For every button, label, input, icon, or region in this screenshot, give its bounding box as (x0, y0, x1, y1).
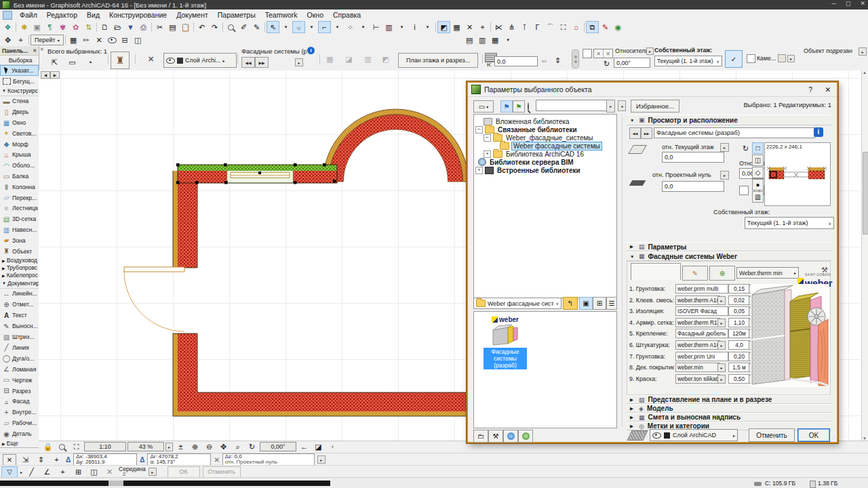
section-preview-position[interactable]: ▼▣Просмотр и расположение (627, 115, 831, 125)
dialog-resize-grip[interactable]: ⋰ (829, 436, 835, 442)
pen-icon[interactable]: ✏ (80, 34, 93, 46)
preview-info-icon[interactable]: ▥ (752, 191, 764, 203)
snap-plus-icon[interactable]: + (56, 466, 69, 478)
surface-swatch-icon[interactable] (778, 54, 786, 62)
weber-row-num[interactable]: 0,15 (728, 284, 750, 293)
print-icon[interactable]: ⎙ (137, 21, 150, 33)
object-info-icon[interactable]: i (814, 127, 823, 137)
element-highlight-icon[interactable]: ◩ (437, 21, 450, 33)
section-weber-systems[interactable]: ▼▦Фасадные системы Weber (627, 251, 831, 261)
symbol-type-2-icon[interactable]: ◪ (342, 53, 355, 65)
layers-dropdown-icon[interactable]: ▾ (395, 21, 408, 33)
object-tool-icon[interactable]: ♜ (111, 52, 130, 69)
status-slider-handle[interactable] (108, 481, 123, 486)
dialog-layer-dropdown[interactable]: Слой ArchiCAD ▸ (650, 429, 738, 441)
infobox-close-icon[interactable]: ✕ (40, 47, 44, 52)
element-settings-arrow-icon[interactable]: ▸ (295, 58, 303, 66)
menu-file[interactable]: Файл (15, 11, 42, 19)
section-parameters[interactable]: ▶▤Параметры (627, 242, 831, 251)
confirm-ok-button[interactable]: ОК (167, 466, 200, 478)
document-section-header[interactable]: ▼Документир (0, 279, 39, 289)
pane-divider[interactable] (622, 114, 623, 427)
relative-arrow-icon[interactable]: ▸ (646, 47, 654, 55)
weber-tab-edit-icon[interactable]: ✎ (682, 266, 708, 281)
tool-zone[interactable]: ▰Зона (0, 235, 39, 246)
weber-row-value-menu-icon[interactable]: ▸ (717, 363, 726, 372)
expand-icon[interactable]: + (484, 150, 491, 158)
drag-mode-icon[interactable]: ⇱ (48, 56, 61, 68)
symbol-type-4-icon[interactable]: ◩ (379, 53, 392, 65)
view-large-icons-icon[interactable]: ▣ (579, 297, 593, 310)
tool-marquee[interactable]: Бегущ... (0, 76, 39, 87)
floor-plan-section-button[interactable]: План этажа и разрез... (398, 53, 478, 68)
zoom-select-icon[interactable] (224, 21, 237, 33)
weber-system-dropdown[interactable]: Weber.therm min▸ (736, 267, 799, 279)
section-listing-label[interactable]: ▶▦Смета и выносная надпись (627, 413, 831, 422)
menu-options[interactable]: Параметры (213, 11, 260, 19)
menu-help[interactable]: Справка (328, 11, 366, 19)
snap-angle-icon[interactable]: ∠ (41, 466, 54, 478)
weber-row-value-menu-icon[interactable]: ▸ (717, 296, 726, 305)
cursor-snap-icon[interactable]: ⌖ (476, 21, 489, 33)
tool-window[interactable]: ▦Окно (0, 117, 39, 128)
pan-hand-icon[interactable]: ✥ (217, 441, 230, 453)
angle-field[interactable]: 0,00° (614, 58, 650, 68)
tool-beam[interactable]: ▭Балка (0, 171, 39, 182)
info-dropdown-icon[interactable]: ▾ (421, 21, 434, 33)
tool-stair[interactable]: ≡Лестница (0, 203, 39, 214)
inject-parameters-icon[interactable]: ✎ (250, 21, 263, 33)
folder-dropdown[interactable]: Weber фассадные системы ∨ (473, 298, 561, 309)
copy-icon[interactable]: ▤ (166, 21, 179, 33)
layer-quick-button[interactable]: Слой Archi... ▸ (163, 53, 237, 68)
guideline-dropdown-icon[interactable]: ▾ (331, 21, 344, 33)
delete-icon[interactable]: ✕ (463, 21, 476, 33)
chamfer-icon[interactable]: ⌒ (544, 21, 557, 33)
tool-skylight[interactable]: ✶Светов... (0, 128, 39, 139)
tool-line[interactable]: ╱Линия (0, 342, 39, 353)
weber-row-value[interactable]: Фасадный дюбель (675, 329, 728, 338)
next-object-button[interactable]: ▶▶ (641, 127, 652, 139)
trimmed-arrow-icon[interactable]: ▸ (859, 47, 867, 56)
marquee-tool-icon[interactable]: ⌔ (292, 21, 305, 33)
section-more[interactable]: ▶Еще (0, 439, 39, 447)
camera-icon[interactable]: ◫ (132, 34, 144, 46)
weber-row-value-menu-icon[interactable]: ▸ (717, 341, 726, 350)
dialog-ok-button[interactable]: OK (797, 428, 830, 442)
weber-row-value[interactable]: weber.prim Uni (675, 352, 728, 361)
scroll-up-icon[interactable]: ▲ (863, 70, 867, 75)
preview-front-icon[interactable]: ◫ (752, 155, 764, 166)
snap-cursor-icon[interactable]: ▽ (1, 466, 18, 478)
apply-settings-icon[interactable]: ✓ (725, 50, 743, 68)
weber-row-num[interactable]: 0,50 (728, 374, 750, 384)
toolbox-close-icon[interactable]: ✕ (33, 48, 37, 54)
menu-teamwork[interactable]: Teamwork (260, 11, 302, 19)
dialog-own-storey-dropdown[interactable]: Текущий (1. 1-й этаж)∨ (745, 217, 834, 229)
rel-zero-field[interactable]: 0,0 (662, 181, 724, 192)
section-pipework[interactable]: ▶Трубопровс (0, 264, 39, 272)
arrow-tool-dropdown-icon[interactable]: ▾ (279, 21, 292, 33)
grid-snap-icon[interactable]: ⁘ (344, 21, 357, 33)
view-detail-icon[interactable]: ▦ (489, 34, 502, 46)
weber-row-num[interactable]: 4,0 (728, 340, 750, 350)
flower-icon[interactable]: ✿ (69, 21, 82, 33)
dialog-help-icon[interactable]: ? (808, 85, 812, 94)
tool-object[interactable]: ♜Объект (0, 246, 39, 257)
tree-item-bim-server[interactable]: Библиотеки сервера BIM (474, 158, 616, 166)
save-icon[interactable]: ▼ (124, 21, 137, 33)
tree-item-embedded-lib[interactable]: Вложенная библиотека (474, 117, 616, 125)
zoom-doc-icon[interactable] (56, 441, 68, 453)
tool-polyline[interactable]: ∠Ломаная (0, 364, 39, 375)
roof-icon[interactable]: ⌂ (570, 21, 583, 33)
pin-green-icon[interactable]: ⚑ (513, 100, 525, 113)
preview-icon[interactable]: ◪ (312, 441, 325, 453)
key-icon[interactable]: ✱ (18, 21, 31, 33)
z-coordinate-box[interactable]: Δz: 0,0 отн. Проектный нуль (222, 453, 315, 466)
tree-item-archicad-lib[interactable]: +Библиотека ArchiCAD 16 (474, 150, 616, 158)
mirror-h-icon[interactable]: ⇔ (538, 54, 551, 66)
surface-override-checkbox[interactable] (747, 54, 755, 63)
rotate-view-icon[interactable]: ↻ (245, 441, 258, 453)
tree-item-builtin-libs[interactable]: +Встроенные библиотеки (474, 166, 616, 174)
orientation-field[interactable]: 0,00° (260, 442, 296, 451)
pick-parameters-icon[interactable]: ✐ (237, 21, 250, 33)
tracker-close-icon[interactable]: ✕ (3, 454, 16, 466)
